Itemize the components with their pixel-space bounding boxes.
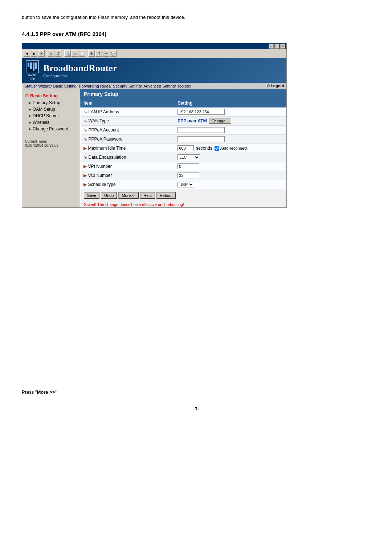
setting-vci bbox=[175, 171, 286, 180]
main-panel: Primary Setup Item Setting ↘ LAN IP Addr… bbox=[80, 89, 286, 207]
window-controls: – ❐ ✕ bbox=[269, 44, 285, 49]
arrow-icon: ▶ bbox=[83, 164, 87, 169]
lan-ip-input[interactable] bbox=[177, 109, 225, 115]
maximize-button[interactable]: ❐ bbox=[274, 44, 279, 49]
logo-box: level° one bbox=[26, 60, 39, 81]
arrow-icon: ↘ bbox=[83, 109, 87, 114]
logout-button[interactable]: ⊙ Logout bbox=[266, 84, 284, 88]
table-row: ↘ PPPoA Account bbox=[81, 126, 286, 135]
item-pppoa-account: ↘ PPPoA Account bbox=[81, 126, 175, 135]
favorites-button[interactable]: ☆ bbox=[72, 50, 78, 57]
print-button[interactable]: 🖨 bbox=[95, 50, 102, 57]
arrow-icon: ▶ bbox=[29, 114, 31, 118]
auto-reconnect-label: Auto-reconnect bbox=[215, 146, 248, 151]
seconds-label: seconds bbox=[196, 146, 212, 151]
encapsulation-select[interactable]: LLC VC-Mux bbox=[177, 154, 200, 160]
more-bold: More >> bbox=[37, 389, 55, 395]
sidebar: ⊙ Basic Setting ▶ Primary Setup ▶ OAM Se… bbox=[22, 89, 80, 207]
browser-toolbar: ◄ ▶ ✕ ⌂ ↺ 🔍 ☆ 🕐 ✉ 🖨 ✏ 💬 bbox=[22, 49, 286, 58]
nav-advanced[interactable]: Advanced Setting/ bbox=[143, 84, 176, 88]
edit-button[interactable]: ✏ bbox=[103, 50, 109, 57]
current-time-label: Current Time: bbox=[25, 139, 77, 143]
item-wan-type: ↘ WAN Type bbox=[81, 117, 175, 126]
history-button[interactable]: 🕐 bbox=[79, 50, 85, 57]
arrow-icon: ↘ bbox=[83, 118, 87, 123]
minimize-button[interactable]: – bbox=[269, 44, 274, 49]
logo-bars bbox=[28, 62, 37, 71]
reboot-button[interactable]: Reboot bbox=[156, 192, 176, 199]
press-more-text: Press "More >>" bbox=[22, 389, 370, 395]
arrow-icon: ↘ bbox=[83, 155, 87, 160]
nav-toolbox[interactable]: Toolbox bbox=[177, 84, 191, 88]
nav-security[interactable]: Security Setting/ bbox=[113, 84, 142, 88]
schedule-select[interactable]: UBR CBR VBR bbox=[177, 182, 194, 187]
sidebar-item-password[interactable]: ▶ Change Password bbox=[22, 126, 80, 132]
refresh-button[interactable]: ↺ bbox=[55, 50, 61, 57]
arrow-icon: ↘ bbox=[83, 137, 87, 142]
browser-window: – ❐ ✕ ◄ ▶ ✕ ⌂ ↺ 🔍 ☆ 🕐 ✉ 🖨 ✏ 💬 bbox=[22, 43, 287, 208]
pppoa-password-input[interactable] bbox=[177, 136, 225, 142]
sidebar-item-label: DHCP Server bbox=[33, 113, 59, 118]
logo-sub: one bbox=[29, 77, 35, 81]
sidebar-section-label: Basic Setting bbox=[30, 93, 58, 98]
arrow-icon: ▶ bbox=[29, 101, 31, 105]
mail-button[interactable]: ✉ bbox=[88, 50, 95, 57]
save-button[interactable]: Save bbox=[84, 192, 99, 199]
table-row: ↘ PPPoA Password bbox=[81, 135, 286, 144]
bar4 bbox=[35, 62, 37, 69]
arrow-icon: ▶ bbox=[29, 108, 31, 111]
brand-sub: Configuration bbox=[43, 74, 117, 78]
nav-wizard[interactable]: Wizard/ bbox=[38, 84, 52, 88]
search-button[interactable]: 🔍 bbox=[64, 50, 71, 57]
sidebar-section-basic[interactable]: ⊙ Basic Setting bbox=[22, 92, 80, 100]
table-row: ▶ Schedule type UBR CBR VBR bbox=[81, 180, 286, 189]
back-button[interactable]: ◄ bbox=[24, 50, 30, 57]
stop-button[interactable]: ✕ bbox=[38, 50, 45, 57]
discuss-button[interactable]: 💬 bbox=[110, 50, 117, 57]
sidebar-item-primary[interactable]: ▶ Primary Setup bbox=[22, 100, 80, 106]
table-row: ▶ VCI Number bbox=[81, 171, 286, 180]
undo-button[interactable]: Undo bbox=[101, 192, 117, 199]
close-button[interactable]: ✕ bbox=[280, 44, 285, 49]
vci-input[interactable] bbox=[177, 173, 199, 178]
sidebar-item-wireless[interactable]: ▶ Wireless bbox=[22, 119, 80, 126]
sidebar-item-oam[interactable]: ▶ OAM Setup bbox=[22, 106, 80, 113]
logo-text: level° bbox=[28, 73, 36, 77]
page-number: 25 bbox=[22, 406, 370, 411]
nav-status[interactable]: Status/ bbox=[24, 84, 37, 88]
col-item: Item bbox=[81, 99, 175, 108]
bar2 bbox=[30, 62, 32, 69]
idle-time-input[interactable] bbox=[177, 145, 194, 151]
setting-lan-ip bbox=[175, 108, 286, 117]
auto-reconnect-checkbox[interactable] bbox=[215, 146, 219, 151]
sidebar-item-label: Primary Setup bbox=[33, 100, 60, 105]
more-button[interactable]: More>> bbox=[118, 192, 139, 199]
arrow-icon: ▶ bbox=[29, 127, 31, 131]
change-button[interactable]: Change... bbox=[209, 118, 232, 124]
arrow-icon: ▶ bbox=[83, 182, 87, 187]
title-bar: – ❐ ✕ bbox=[22, 43, 286, 49]
setting-encapsulation: LLC VC-Mux bbox=[175, 153, 286, 162]
sidebar-item-label: Change Password bbox=[33, 126, 68, 131]
vpi-input[interactable] bbox=[177, 163, 199, 169]
setting-schedule: UBR CBR VBR bbox=[175, 180, 286, 189]
home-button[interactable]: ⌂ bbox=[48, 50, 54, 57]
fwd-button[interactable]: ▶ bbox=[31, 50, 37, 57]
saved-message: Saved! The change doesn't take effective… bbox=[80, 202, 286, 207]
sidebar-item-dhcp[interactable]: ▶ DHCP Server bbox=[22, 113, 80, 119]
arrow-icon: ▶ bbox=[83, 173, 87, 178]
bar3 bbox=[33, 62, 34, 71]
current-time-box: Current Time: 01/07/2004 18:39:59 bbox=[22, 132, 80, 150]
wan-type-value: PPP over ATM bbox=[177, 118, 207, 123]
help-button[interactable]: Help bbox=[140, 192, 155, 199]
setting-pppoa-password bbox=[175, 135, 286, 144]
pppoa-account-input[interactable] bbox=[177, 127, 225, 133]
nav-basic[interactable]: Basic Setting/ bbox=[53, 84, 78, 88]
bar1 bbox=[28, 62, 29, 67]
table-row: ↘ LAN IP Address bbox=[81, 108, 286, 117]
nav-forwarding[interactable]: Forwarding Rules/ bbox=[79, 84, 111, 88]
sidebar-item-label: Wireless bbox=[33, 120, 49, 125]
arrow-icon: ↘ bbox=[83, 127, 87, 133]
table-row: ▶ VPI Number bbox=[81, 162, 286, 171]
sidebar-item-label: OAM Setup bbox=[33, 107, 55, 112]
